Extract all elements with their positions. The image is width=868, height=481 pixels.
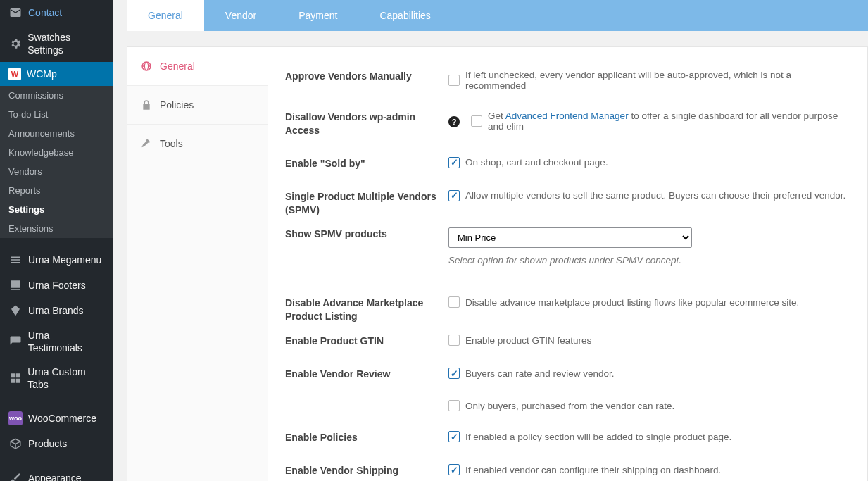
vnav-label: General [160,61,195,72]
label-gtin: Enable Product GTIN [285,335,448,348]
checkbox-soldby[interactable] [448,157,460,168]
label-disallow-wpadmin: Disallow Vendors wp-admin Access [285,111,448,137]
label-soldby: Enable "Sold by" [285,157,448,170]
label-vendor-review: Enable Vendor Review [285,368,448,381]
checkbox-vendor-review[interactable] [448,368,460,379]
row-show-spmv: Show SPMV products Min Price Select opti… [285,226,850,275]
sidebar-item-label: Swatches Settings [27,31,106,56]
sidebar-sub-vendors[interactable]: Vendors [0,162,113,181]
checkbox-disable-amp[interactable] [448,296,460,308]
tab-general[interactable]: General [127,0,204,31]
sidebar-sub-announcements[interactable]: Announcements [0,124,113,143]
vnav-general[interactable]: General [127,47,268,86]
diamond-icon [8,304,23,318]
sidebar-item-label: Urna Custom Tabs [27,366,106,391]
desc-approve-vendors: If left unchecked, every vendor applican… [465,70,850,91]
row-gtin: Enable Product GTIN Enable product GTIN … [285,333,850,358]
sidebar-sub-todo[interactable]: To-do List [0,105,113,124]
sidebar-sub-extensions[interactable]: Extensions [0,219,113,238]
tab-vendor[interactable]: Vendor [204,0,277,31]
row-vendor-shipping: Enable Vendor Shipping If enabled vendor… [285,454,850,481]
hamburger-icon [8,253,23,267]
desc-disable-amp: Disable advance marketplace product list… [465,297,799,308]
box-icon [8,437,23,451]
label-enable-policies: Enable Policies [285,431,448,444]
gear-icon [8,37,22,51]
vnav-label: Policies [160,99,194,111]
desc-gtin: Enable product GTIN features [465,335,591,346]
sidebar-item-label: Contact [28,6,62,19]
sidebar-submenu-wcmp: Commissions To-do List Announcements Kno… [0,86,113,238]
checkbox-spmv[interactable] [448,190,460,201]
desc-spmv: Allow multiple vendors to sell the same … [465,190,845,201]
select-show-spmv[interactable]: Min Price [448,227,692,248]
admin-sidebar: Contact Swatches Settings W WCMp Commiss… [0,0,113,481]
row-spmv: Single Product Multiple Vendors (SPMV) A… [285,180,850,227]
testimonials-icon [8,335,23,349]
main-content: General Vendor Payment Capabilities Gene… [113,0,868,481]
row-vendor-review: Enable Vendor Review Buyers can rate and… [285,358,850,421]
sidebar-item-woocommerce[interactable]: woo WooCommerce [0,406,113,431]
sidebar-item-wcmp[interactable]: W WCMp [0,62,113,86]
desc-soldby: On shop, cart and checkout page. [465,157,608,168]
mail-icon [8,6,23,20]
sidebar-item-contact[interactable]: Contact [0,0,113,25]
settings-tabs: General Vendor Payment Capabilities [127,0,868,31]
label-approve-vendors: Approve Vendors Manually [285,70,448,83]
checkbox-gtin[interactable] [448,335,460,346]
row-approve-vendors: Approve Vendors Manually If left uncheck… [285,60,850,101]
checkbox-only-buyers-rate[interactable] [448,400,460,411]
tab-capabilities[interactable]: Capabilities [358,0,451,31]
label-spmv: Single Product Multiple Vendors (SPMV) [285,190,448,217]
settings-panel: General Policies Tools Approve Vendors M… [127,46,868,481]
sidebar-item-label: Urna Footers [28,279,86,292]
checkbox-approve-vendors[interactable] [448,75,460,86]
label-disable-amp: Disable Advance Marketplace Product List… [285,296,448,323]
lock-icon [140,99,153,111]
sidebar-sub-knowledgebase[interactable]: Knowledgebase [0,143,113,162]
checkbox-disallow-wpadmin[interactable] [471,115,482,127]
desc-only-buyers-rate: Only buyers, purchased from the vendor c… [465,401,674,411]
sidebar-item-products[interactable]: Products [0,431,113,456]
sidebar-item-label: WCMp [27,68,57,80]
desc-enable-policies: If enabled a policy section will be adde… [465,432,731,442]
settings-sidenav: General Policies Tools [127,47,268,481]
help-icon[interactable]: ? [448,116,460,127]
sidebar-item-label: Urna Testimonials [28,329,106,354]
label-show-spmv: Show SPMV products [285,227,448,241]
woo-icon: woo [8,411,23,425]
vnav-label: Tools [160,138,183,149]
row-disallow-wpadmin: Disallow Vendors wp-admin Access ? Get A… [285,101,850,147]
sidebar-item-footers[interactable]: Urna Footers [0,273,113,298]
link-afm[interactable]: Advanced Frontend Manager [505,111,629,121]
footer-icon [8,278,23,292]
sidebar-item-swatches[interactable]: Swatches Settings [0,25,113,62]
sidebar-item-brands[interactable]: Urna Brands [0,298,113,323]
desc-vendor-shipping: If enabled vendor can configure their sh… [465,465,721,475]
globe-icon [140,60,153,73]
checkbox-enable-policies[interactable] [448,431,460,442]
sidebar-item-megamenu[interactable]: Urna Megamenu [0,247,113,273]
brush-icon [8,471,23,481]
desc-vendor-review: Buyers can rate and review vendor. [465,368,615,379]
sidebar-item-customtabs[interactable]: Urna Custom Tabs [0,360,113,396]
sidebar-item-appearance[interactable]: Appearance [0,466,113,481]
row-enable-policies: Enable Policies If enabled a policy sect… [285,421,850,454]
help-show-spmv: Select option for shown products under S… [448,255,850,266]
sidebar-item-label: WooCommerce [28,412,96,425]
row-disable-amp: Disable Advance Marketplace Product List… [285,287,850,333]
checkbox-vendor-shipping[interactable] [448,464,460,475]
label-vendor-shipping: Enable Vendor Shipping [285,464,448,477]
sidebar-item-testimonials[interactable]: Urna Testimonials [0,323,113,360]
tab-payment[interactable]: Payment [277,0,358,31]
grid-icon [8,371,22,385]
vnav-tools[interactable]: Tools [127,125,268,163]
hammer-icon [140,137,153,150]
sidebar-sub-commissions[interactable]: Commissions [0,86,113,105]
sidebar-sub-settings[interactable]: Settings [0,200,113,219]
desc-disallow-wpadmin: Get Advanced Frontend Manager to offer a… [488,111,850,132]
settings-form: Approve Vendors Manually If left uncheck… [268,47,867,481]
sidebar-item-label: Urna Brands [28,304,84,317]
vnav-policies[interactable]: Policies [127,86,268,125]
sidebar-sub-reports[interactable]: Reports [0,181,113,200]
